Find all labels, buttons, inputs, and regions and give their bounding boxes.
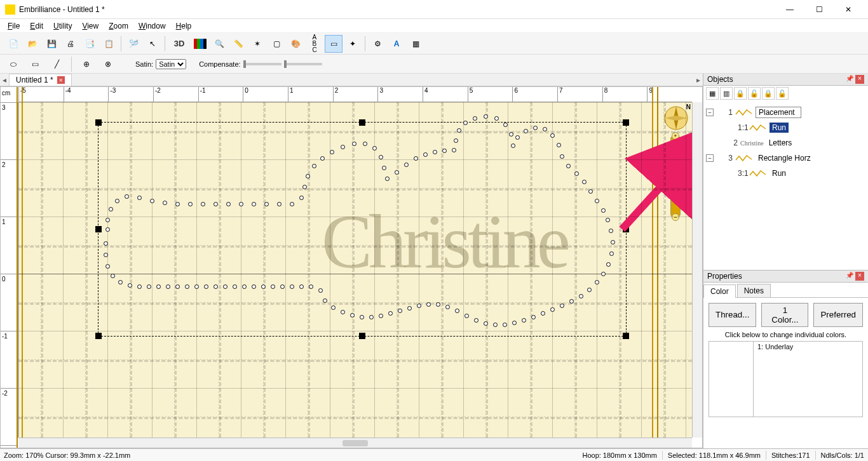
stitch-point[interactable] bbox=[163, 201, 167, 205]
stitch-point[interactable] bbox=[318, 288, 323, 293]
stitch-point[interactable] bbox=[609, 251, 614, 256]
stitch-point[interactable] bbox=[454, 138, 458, 143]
stitch-point[interactable] bbox=[601, 272, 606, 276]
stitch-point[interactable] bbox=[463, 121, 468, 125]
color-list[interactable]: 1: Underlay bbox=[709, 341, 863, 417]
new-button[interactable]: 📄 bbox=[4, 35, 22, 53]
shape-tool[interactable]: ✦ bbox=[344, 35, 362, 53]
stitch-point[interactable] bbox=[299, 284, 304, 289]
compensate-slider-2[interactable] bbox=[284, 63, 322, 65]
object-tree[interactable]: − 1 1:1 Run 2 Christine Letters bbox=[703, 101, 868, 270]
obj-lock-open-icon[interactable]: 🔓 bbox=[748, 87, 761, 100]
stitch-point[interactable] bbox=[457, 128, 461, 133]
resize-handle-w[interactable] bbox=[95, 226, 102, 232]
obj-lock-closed2-icon[interactable]: 🔒 bbox=[762, 87, 775, 100]
stitch-point[interactable] bbox=[398, 309, 402, 313]
menu-zoom[interactable]: Zoom bbox=[104, 20, 133, 32]
stitch-point[interactable] bbox=[223, 284, 227, 289]
stitch-point[interactable] bbox=[261, 284, 266, 289]
stitch-point[interactable] bbox=[372, 146, 377, 150]
abc-button[interactable]: ABC bbox=[306, 35, 323, 53]
stitch-point[interactable] bbox=[595, 199, 599, 203]
print-button[interactable]: 🖨 bbox=[62, 35, 79, 53]
stitch-point[interactable] bbox=[474, 318, 478, 323]
stitch-point[interactable] bbox=[156, 284, 161, 289]
zoom-slider[interactable]: + − bbox=[670, 135, 681, 218]
stitch-point[interactable] bbox=[214, 284, 218, 289]
stitch-point[interactable] bbox=[341, 145, 345, 149]
stitch-point[interactable] bbox=[201, 202, 205, 206]
minimize-button[interactable]: — bbox=[775, 0, 804, 19]
stitch-point[interactable] bbox=[407, 306, 412, 311]
stitch-point[interactable] bbox=[137, 196, 142, 200]
stitch-point[interactable] bbox=[379, 155, 383, 159]
ruler-button[interactable]: 📏 bbox=[229, 35, 247, 53]
stitch-point[interactable] bbox=[320, 156, 325, 161]
compensate-slider[interactable] bbox=[243, 63, 281, 65]
stitch-point[interactable] bbox=[360, 315, 364, 319]
stitch-point[interactable] bbox=[533, 126, 538, 130]
stitch-point[interactable] bbox=[382, 166, 386, 170]
open-button[interactable]: 📂 bbox=[24, 35, 41, 53]
color-entry[interactable]: 1: Underlay bbox=[754, 342, 797, 417]
stitch-point[interactable] bbox=[109, 207, 113, 211]
stitch-point[interactable] bbox=[404, 163, 409, 167]
stitch-point[interactable] bbox=[524, 129, 528, 133]
rect-tool[interactable]: ▭ bbox=[26, 55, 44, 73]
stitch-point[interactable] bbox=[550, 307, 555, 312]
tree-item-letters[interactable]: 2 Christine Letters bbox=[706, 135, 865, 150]
copy-button[interactable]: 📑 bbox=[81, 35, 98, 53]
stitch-point[interactable] bbox=[128, 283, 132, 288]
panel-close-icon[interactable]: × bbox=[855, 75, 864, 84]
stitch-point[interactable] bbox=[137, 284, 142, 289]
stitch-point[interactable] bbox=[436, 302, 440, 307]
link-tool[interactable]: ⊕ bbox=[78, 55, 95, 73]
stitch-point[interactable] bbox=[290, 202, 294, 206]
paste-button[interactable]: 📋 bbox=[100, 35, 118, 53]
stitch-point[interactable] bbox=[175, 284, 180, 289]
stitch-point[interactable] bbox=[574, 171, 579, 176]
stitch-point[interactable] bbox=[252, 202, 256, 206]
tab-scroll-right[interactable]: ▸ bbox=[694, 76, 703, 84]
palette-button[interactable]: 🎨 bbox=[287, 35, 304, 53]
stitch-point[interactable] bbox=[543, 127, 547, 131]
stitch-point[interactable] bbox=[166, 284, 170, 289]
resize-handle-n[interactable] bbox=[359, 119, 365, 126]
stitch-point[interactable] bbox=[271, 284, 275, 289]
stitch-point[interactable] bbox=[363, 142, 367, 146]
canvas-scrollbar-v[interactable] bbox=[692, 102, 702, 438]
menu-help[interactable]: Help bbox=[171, 20, 197, 32]
stitch-point[interactable] bbox=[484, 114, 488, 119]
tab-scroll-left[interactable]: ◂ bbox=[0, 76, 9, 84]
stitch-point[interactable] bbox=[302, 185, 307, 189]
hoop-button[interactable]: ▢ bbox=[268, 35, 285, 53]
stitch-point[interactable] bbox=[350, 313, 355, 317]
stitch-point[interactable] bbox=[147, 284, 151, 289]
resize-handle-sw[interactable] bbox=[95, 333, 102, 339]
stitch-point[interactable] bbox=[115, 199, 119, 203]
stitch-point[interactable] bbox=[369, 315, 374, 319]
stitch-point[interactable] bbox=[609, 229, 613, 233]
stitch-point[interactable] bbox=[105, 218, 110, 222]
menu-file[interactable]: File bbox=[3, 20, 25, 32]
document-tab[interactable]: Untitled 1 * × bbox=[9, 74, 72, 86]
stitch-point[interactable] bbox=[352, 142, 356, 146]
close-tab-icon[interactable]: × bbox=[57, 76, 65, 84]
tree-item-run-3[interactable]: 3:1 Run bbox=[706, 166, 865, 181]
preferred-button[interactable]: Preferred bbox=[813, 303, 863, 327]
stitch-point[interactable] bbox=[455, 309, 459, 313]
maximize-button[interactable]: ☐ bbox=[804, 0, 834, 19]
stitch-point[interactable] bbox=[323, 298, 327, 303]
design-canvas[interactable]: Christine N + − bbox=[18, 102, 692, 438]
stitch-point[interactable] bbox=[509, 132, 513, 137]
close-button[interactable]: ✕ bbox=[834, 0, 863, 19]
stitch-point[interactable] bbox=[606, 218, 610, 222]
stitch-point[interactable] bbox=[185, 284, 189, 289]
stitch-point[interactable] bbox=[306, 174, 310, 178]
pin-icon[interactable]: 📌 bbox=[845, 272, 854, 281]
stitch-point[interactable] bbox=[588, 189, 593, 194]
stitch-point[interactable] bbox=[125, 194, 129, 199]
stitch-point[interactable] bbox=[445, 305, 450, 309]
stitch-point[interactable] bbox=[341, 310, 345, 314]
settings-button[interactable]: ⚙ bbox=[369, 35, 386, 53]
